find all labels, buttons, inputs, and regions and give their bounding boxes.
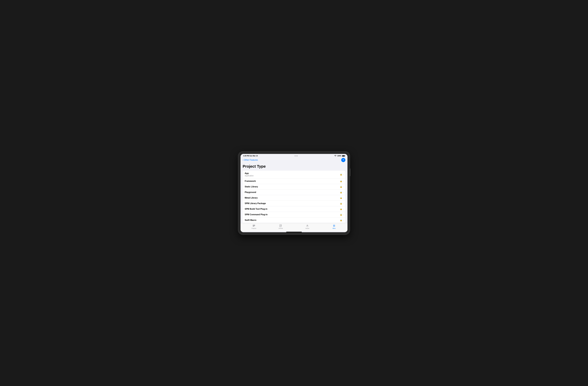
svg-rect-2	[253, 226, 254, 226]
list-item-content: Swift Macro	[245, 219, 340, 221]
list-item-title: App	[245, 172, 340, 175]
tab-projects[interactable]: Projects	[249, 224, 259, 229]
page-title: Project Type	[243, 163, 345, 171]
tab-journal[interactable]: Journal	[275, 224, 286, 229]
svg-rect-0	[253, 225, 255, 225]
lock-icon: 🔒	[340, 219, 342, 221]
list-item-title: Playground	[245, 191, 340, 193]
list-item-title: Swift Macro	[245, 219, 340, 221]
chevron-right-icon: ›	[343, 197, 343, 199]
svg-point-6	[308, 225, 308, 225]
back-button[interactable]: ‹ Other Features	[243, 159, 258, 161]
list-item-right: 🔒 ›	[340, 197, 343, 199]
svg-point-11	[334, 225, 335, 226]
svg-point-14	[333, 226, 334, 227]
tab-issues[interactable]: Issues	[302, 224, 313, 229]
list-item-content: Metal Library	[245, 197, 340, 199]
chevron-right-icon: ›	[343, 173, 343, 175]
tab-more[interactable]: More	[329, 224, 339, 229]
tab-journal-label: Journal	[279, 228, 283, 229]
chevron-right-icon: ›	[343, 208, 343, 210]
more-icon	[333, 224, 336, 227]
lock-icon: 🔒	[340, 173, 342, 175]
lock-icon: 🔒	[340, 180, 342, 182]
list-item[interactable]: SPM Build Tool Plug-in 🔒 ›	[243, 206, 345, 212]
list-item-content: SPM Library Package	[245, 202, 340, 204]
lock-icon: 🔒	[340, 214, 342, 216]
list-item-right: 🔒 ›	[340, 208, 343, 210]
chevron-right-icon: ›	[343, 203, 343, 204]
back-label: Other Features	[244, 159, 258, 161]
list-item-right: 🔒 ›	[340, 203, 343, 204]
svg-point-4	[307, 225, 308, 225]
list-item-title: Framework	[245, 180, 340, 182]
lock-icon: 🔒	[340, 197, 342, 199]
list-item-title: SPM Build Tool Plug-in	[245, 208, 340, 210]
list-item-title: SPM Command Plug-in	[245, 213, 340, 216]
journal-icon	[279, 224, 282, 227]
status-dots	[295, 156, 298, 156]
status-right: 100%	[334, 155, 345, 157]
wifi-icon	[334, 155, 336, 157]
list-item-content: Framework	[245, 180, 340, 182]
list-item-right: 🔒 ›	[340, 173, 343, 175]
svg-point-15	[334, 226, 335, 227]
status-bar: 3:29 PM Sun Mar 10 100%	[241, 154, 347, 157]
dot-2	[296, 156, 296, 156]
tab-bar: Projects Journal	[241, 223, 347, 231]
issues-icon	[306, 224, 309, 227]
list-item-right: 🔒 ›	[340, 186, 343, 188]
list-item-right: 🔒 ›	[340, 219, 343, 221]
list-item[interactable]: SPM Command Plug-in 🔒 ›	[243, 212, 345, 217]
dot-1	[295, 156, 295, 156]
list-item-content: AppApplication	[245, 172, 340, 177]
list-item-title: SPM Library Package	[245, 202, 340, 204]
list-item-right: 🔒 ›	[340, 180, 343, 182]
list-item-right: 🔒 ›	[340, 191, 343, 193]
list-item-subtitle: Application	[245, 175, 340, 177]
lock-icon: 🔒	[340, 186, 342, 188]
lock-icon: 🔒	[340, 191, 342, 193]
list-item[interactable]: Framework 🔒 ›	[243, 178, 345, 184]
list-item[interactable]: Static Library 🔒 ›	[243, 184, 345, 190]
battery-icon	[342, 155, 345, 157]
back-chevron-icon: ‹	[243, 159, 243, 161]
status-time: 3:29 PM Sun Mar 10	[243, 155, 258, 157]
list-item[interactable]: Metal Library 🔒 ›	[243, 195, 345, 201]
battery-fill	[342, 156, 345, 156]
device-frame: 3:29 PM Sun Mar 10 100%	[238, 152, 350, 235]
main-content: Project Type AppApplication 🔒 › Framewor…	[241, 163, 347, 223]
lock-icon: 🔒	[340, 203, 342, 204]
add-icon: +	[342, 159, 344, 161]
tab-more-label: More	[333, 228, 336, 229]
chevron-right-icon: ›	[343, 219, 343, 221]
chevron-right-icon: ›	[343, 180, 343, 182]
list-item-content: Static Library	[245, 185, 340, 188]
svg-point-10	[333, 225, 334, 226]
list-item[interactable]: SPM Library Package 🔒 ›	[243, 201, 345, 206]
projects-icon	[252, 224, 255, 227]
list-item[interactable]: Playground 🔒 ›	[243, 190, 345, 195]
list-item-right: 🔒 ›	[340, 214, 343, 216]
home-indicator	[286, 232, 302, 232]
list-item-content: SPM Command Plug-in	[245, 213, 340, 216]
svg-rect-1	[253, 225, 255, 226]
project-type-list: AppApplication 🔒 › Framework 🔒 › Static …	[243, 171, 345, 223]
list-item[interactable]: AppApplication 🔒 ›	[243, 171, 345, 178]
list-item[interactable]: Swift Macro 🔒 ›	[243, 217, 345, 223]
tab-issues-label: Issues	[306, 228, 309, 229]
list-item-content: SPM Build Tool Plug-in	[245, 208, 340, 210]
add-button[interactable]: +	[341, 158, 345, 162]
list-item-title: Metal Library	[245, 197, 340, 199]
svg-line-8	[308, 226, 308, 227]
screen: 3:29 PM Sun Mar 10 100%	[241, 154, 347, 232]
chevron-right-icon: ›	[343, 191, 343, 193]
chevron-right-icon: ›	[343, 214, 343, 216]
chevron-right-icon: ›	[343, 186, 343, 188]
battery-percent: 100%	[337, 155, 341, 157]
tab-projects-label: Projects	[252, 228, 256, 229]
list-item-content: Playground	[245, 191, 340, 193]
list-item-title: Static Library	[245, 185, 340, 188]
lock-icon: 🔒	[340, 208, 342, 210]
svg-point-5	[307, 225, 307, 225]
